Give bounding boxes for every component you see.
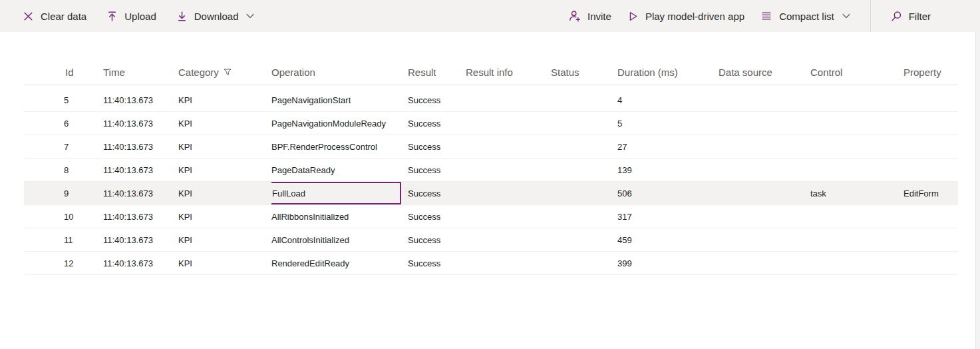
- cell-category: KPI: [178, 235, 271, 245]
- cell-result: Success: [408, 258, 466, 268]
- cell-duration: 459: [617, 235, 719, 245]
- table-row[interactable]: 611:40:13.673KPIPageNavigationModuleRead…: [24, 112, 958, 135]
- cell-category: KPI: [178, 258, 271, 268]
- cell-id: 8: [24, 165, 103, 175]
- toolbar-right-group: Invite Play model-driven app Compact lis…: [569, 0, 931, 32]
- list-lines-icon: [760, 11, 772, 21]
- download-label: Download: [194, 11, 239, 22]
- column-header-property[interactable]: Property: [903, 67, 958, 78]
- cell-operation: PageNavigationStart: [271, 95, 408, 105]
- cell-operation: RenderedEditReady: [271, 258, 408, 268]
- cell-result: Success: [408, 165, 466, 175]
- cell-category: KPI: [178, 212, 271, 222]
- cell-category: KPI: [178, 142, 271, 152]
- filter-label: Filter: [909, 11, 931, 22]
- clear-data-label: Clear data: [41, 11, 86, 22]
- cell-result: Success: [408, 119, 466, 129]
- toolbar-left-group: Clear data Upload Download: [23, 0, 254, 32]
- vertical-scrollbar[interactable]: [975, 32, 980, 349]
- cell-duration: 399: [617, 258, 719, 268]
- table-row[interactable]: 1111:40:13.673KPIAllControlsInitializedS…: [24, 228, 958, 252]
- cell-operation: PageNavigationModuleReady: [271, 119, 408, 129]
- cell-result: Success: [408, 142, 466, 152]
- column-header-operation[interactable]: Operation: [271, 67, 408, 78]
- table-row[interactable]: 511:40:13.673KPIPageNavigationStartSucce…: [24, 89, 958, 112]
- download-button[interactable]: Download: [176, 0, 255, 32]
- cell-time: 11:40:13.673: [103, 235, 178, 245]
- download-arrow-icon: [176, 11, 188, 22]
- column-header-time[interactable]: Time: [103, 67, 178, 78]
- invite-label: Invite: [587, 11, 611, 22]
- cell-duration: 139: [617, 165, 719, 175]
- table-header-row: Id Time Category Operation Result Result…: [24, 60, 958, 85]
- focused-operation-cell-box[interactable]: FullLoad: [271, 182, 401, 204]
- cell-property: EditForm: [903, 188, 958, 198]
- cell-duration: 506: [617, 188, 719, 198]
- upload-label: Upload: [124, 11, 156, 22]
- upload-arrow-icon: [106, 11, 118, 22]
- cell-result: Success: [408, 212, 466, 222]
- cell-operation: AllControlsInitialized: [271, 235, 408, 245]
- cell-category: KPI: [178, 95, 271, 105]
- cell-operation: PageDataReady: [271, 165, 408, 175]
- cell-result: Success: [408, 188, 466, 198]
- cell-category: KPI: [178, 119, 271, 129]
- table-row[interactable]: 811:40:13.673KPIPageDataReadySuccess139: [24, 159, 958, 182]
- command-toolbar: Clear data Upload Download: [0, 0, 980, 32]
- column-header-id[interactable]: Id: [24, 67, 103, 78]
- compact-list-label: Compact list: [779, 11, 834, 22]
- clear-data-button[interactable]: Clear data: [23, 0, 86, 32]
- play-model-driven-app-button[interactable]: Play model-driven app: [627, 0, 744, 32]
- column-header-result-info[interactable]: Result info: [466, 67, 551, 78]
- cell-id: 10: [24, 212, 103, 222]
- toolbar-divider: [870, 0, 871, 32]
- table-body: 511:40:13.673KPIPageNavigationStartSucce…: [24, 89, 958, 275]
- table-row[interactable]: 1211:40:13.673KPIRenderedEditReadySucces…: [24, 252, 958, 275]
- play-model-driven-app-label: Play model-driven app: [645, 11, 744, 22]
- column-header-status[interactable]: Status: [551, 67, 617, 78]
- column-header-category[interactable]: Category: [178, 67, 271, 78]
- cell-operation: BPF.RenderProcessControl: [271, 142, 408, 152]
- cell-time: 11:40:13.673: [103, 258, 178, 268]
- cell-operation: FullLoad: [271, 182, 408, 204]
- cell-time: 11:40:13.673: [103, 142, 178, 152]
- cell-time: 11:40:13.673: [103, 119, 178, 129]
- cell-category: KPI: [178, 188, 271, 198]
- funnel-icon: [224, 67, 232, 78]
- chevron-down-icon: [842, 13, 850, 19]
- cell-id: 12: [24, 258, 103, 268]
- cell-category: KPI: [178, 165, 271, 175]
- cell-id: 7: [24, 142, 103, 152]
- person-add-icon: [569, 10, 581, 22]
- chevron-down-icon: [246, 13, 254, 19]
- upload-button[interactable]: Upload: [106, 0, 156, 32]
- cell-result: Success: [408, 235, 466, 245]
- filter-button[interactable]: Filter: [891, 0, 931, 32]
- cell-control: task: [810, 188, 903, 198]
- invite-button[interactable]: Invite: [569, 0, 611, 32]
- play-icon: [627, 11, 639, 22]
- cell-time: 11:40:13.673: [103, 95, 178, 105]
- cell-duration: 317: [617, 212, 719, 222]
- table-row[interactable]: 911:40:13.673KPIFullLoadSuccess506taskEd…: [24, 182, 958, 205]
- cell-id: 11: [24, 235, 103, 245]
- dismiss-icon: [23, 11, 34, 22]
- cell-operation: AllRibbonsInitialized: [271, 212, 408, 222]
- cell-id: 5: [24, 95, 103, 105]
- cell-id: 9: [24, 188, 103, 198]
- compact-list-button[interactable]: Compact list: [760, 0, 850, 32]
- table-row[interactable]: 711:40:13.673KPIBPF.RenderProcessControl…: [24, 135, 958, 159]
- cell-id: 6: [24, 119, 103, 129]
- table-row[interactable]: 1011:40:13.673KPIAllRibbonsInitializedSu…: [24, 205, 958, 228]
- column-header-result[interactable]: Result: [408, 67, 466, 78]
- magnifier-icon: [891, 11, 902, 22]
- cell-time: 11:40:13.673: [103, 188, 178, 198]
- cell-time: 11:40:13.673: [103, 212, 178, 222]
- cell-result: Success: [408, 95, 466, 105]
- cell-time: 11:40:13.673: [103, 165, 178, 175]
- column-header-duration[interactable]: Duration (ms): [617, 67, 719, 78]
- column-header-control[interactable]: Control: [810, 67, 903, 78]
- column-header-data-source[interactable]: Data source: [719, 67, 810, 78]
- cell-duration: 27: [617, 142, 719, 152]
- cell-duration: 4: [617, 95, 719, 105]
